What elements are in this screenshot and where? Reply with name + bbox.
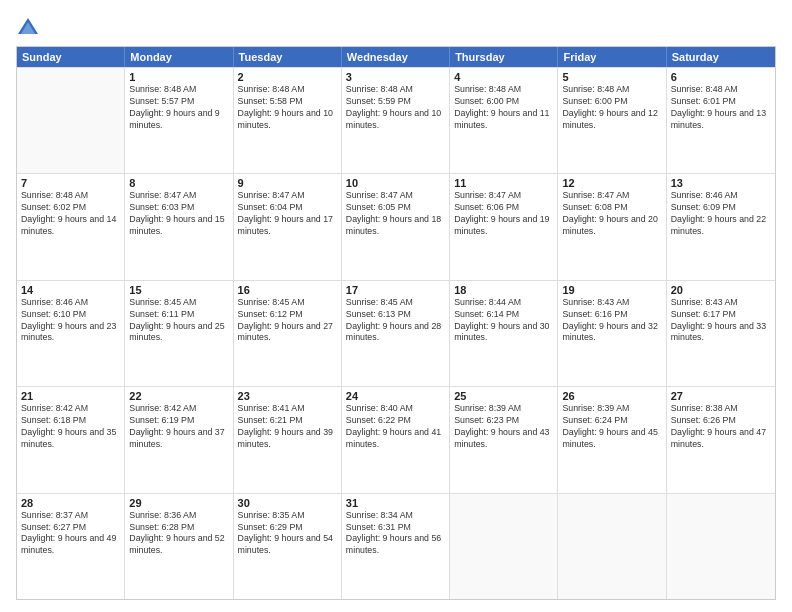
day-number: 3 [346,71,445,83]
daylight-line: Daylight: 9 hours and 17 minutes. [238,214,337,238]
sunrise-line: Sunrise: 8:43 AM [671,297,771,309]
sunset-line: Sunset: 6:05 PM [346,202,445,214]
logo [16,16,42,40]
sunset-line: Sunset: 6:28 PM [129,522,228,534]
day-number: 9 [238,177,337,189]
cal-cell-0-2: 2Sunrise: 8:48 AMSunset: 5:58 PMDaylight… [234,68,342,173]
sunrise-line: Sunrise: 8:35 AM [238,510,337,522]
cal-cell-0-0 [17,68,125,173]
sunset-line: Sunset: 6:27 PM [21,522,120,534]
cal-cell-0-6: 6Sunrise: 8:48 AMSunset: 6:01 PMDaylight… [667,68,775,173]
sunset-line: Sunset: 6:00 PM [454,96,553,108]
day-number: 7 [21,177,120,189]
daylight-line: Daylight: 9 hours and 39 minutes. [238,427,337,451]
sunrise-line: Sunrise: 8:48 AM [129,84,228,96]
daylight-line: Daylight: 9 hours and 19 minutes. [454,214,553,238]
day-number: 19 [562,284,661,296]
sunset-line: Sunset: 6:13 PM [346,309,445,321]
sunrise-line: Sunrise: 8:34 AM [346,510,445,522]
day-number: 14 [21,284,120,296]
sunset-line: Sunset: 6:08 PM [562,202,661,214]
daylight-line: Daylight: 9 hours and 15 minutes. [129,214,228,238]
sunrise-line: Sunrise: 8:39 AM [454,403,553,415]
sunrise-line: Sunrise: 8:40 AM [346,403,445,415]
sunset-line: Sunset: 6:23 PM [454,415,553,427]
daylight-line: Daylight: 9 hours and 45 minutes. [562,427,661,451]
cal-cell-2-5: 19Sunrise: 8:43 AMSunset: 6:16 PMDayligh… [558,281,666,386]
sunrise-line: Sunrise: 8:48 AM [238,84,337,96]
daylight-line: Daylight: 9 hours and 54 minutes. [238,533,337,557]
daylight-line: Daylight: 9 hours and 22 minutes. [671,214,771,238]
day-number: 15 [129,284,228,296]
cal-cell-1-3: 10Sunrise: 8:47 AMSunset: 6:05 PMDayligh… [342,174,450,279]
calendar-row-4: 28Sunrise: 8:37 AMSunset: 6:27 PMDayligh… [17,493,775,599]
cal-cell-3-4: 25Sunrise: 8:39 AMSunset: 6:23 PMDayligh… [450,387,558,492]
day-number: 12 [562,177,661,189]
cal-cell-1-1: 8Sunrise: 8:47 AMSunset: 6:03 PMDaylight… [125,174,233,279]
daylight-line: Daylight: 9 hours and 20 minutes. [562,214,661,238]
sunrise-line: Sunrise: 8:41 AM [238,403,337,415]
calendar-row-3: 21Sunrise: 8:42 AMSunset: 6:18 PMDayligh… [17,386,775,492]
daylight-line: Daylight: 9 hours and 11 minutes. [454,108,553,132]
calendar: SundayMondayTuesdayWednesdayThursdayFrid… [16,46,776,600]
cal-cell-1-4: 11Sunrise: 8:47 AMSunset: 6:06 PMDayligh… [450,174,558,279]
calendar-row-2: 14Sunrise: 8:46 AMSunset: 6:10 PMDayligh… [17,280,775,386]
sunset-line: Sunset: 6:04 PM [238,202,337,214]
daylight-line: Daylight: 9 hours and 25 minutes. [129,321,228,345]
daylight-line: Daylight: 9 hours and 35 minutes. [21,427,120,451]
daylight-line: Daylight: 9 hours and 10 minutes. [346,108,445,132]
daylight-line: Daylight: 9 hours and 52 minutes. [129,533,228,557]
sunrise-line: Sunrise: 8:36 AM [129,510,228,522]
daylight-line: Daylight: 9 hours and 56 minutes. [346,533,445,557]
daylight-line: Daylight: 9 hours and 18 minutes. [346,214,445,238]
header-day-monday: Monday [125,47,233,67]
sunset-line: Sunset: 6:16 PM [562,309,661,321]
daylight-line: Daylight: 9 hours and 13 minutes. [671,108,771,132]
header-day-sunday: Sunday [17,47,125,67]
daylight-line: Daylight: 9 hours and 33 minutes. [671,321,771,345]
daylight-line: Daylight: 9 hours and 30 minutes. [454,321,553,345]
cal-cell-0-3: 3Sunrise: 8:48 AMSunset: 5:59 PMDaylight… [342,68,450,173]
cal-cell-0-1: 1Sunrise: 8:48 AMSunset: 5:57 PMDaylight… [125,68,233,173]
day-number: 11 [454,177,553,189]
cal-cell-4-5 [558,494,666,599]
sunrise-line: Sunrise: 8:47 AM [238,190,337,202]
sunrise-line: Sunrise: 8:43 AM [562,297,661,309]
cal-cell-2-3: 17Sunrise: 8:45 AMSunset: 6:13 PMDayligh… [342,281,450,386]
daylight-line: Daylight: 9 hours and 23 minutes. [21,321,120,345]
sunset-line: Sunset: 6:26 PM [671,415,771,427]
cal-cell-4-6 [667,494,775,599]
cal-cell-4-4 [450,494,558,599]
cal-cell-3-6: 27Sunrise: 8:38 AMSunset: 6:26 PMDayligh… [667,387,775,492]
daylight-line: Daylight: 9 hours and 37 minutes. [129,427,228,451]
cal-cell-1-5: 12Sunrise: 8:47 AMSunset: 6:08 PMDayligh… [558,174,666,279]
day-number: 27 [671,390,771,402]
daylight-line: Daylight: 9 hours and 12 minutes. [562,108,661,132]
day-number: 10 [346,177,445,189]
day-number: 2 [238,71,337,83]
daylight-line: Daylight: 9 hours and 28 minutes. [346,321,445,345]
page: SundayMondayTuesdayWednesdayThursdayFrid… [0,0,792,612]
day-number: 22 [129,390,228,402]
sunrise-line: Sunrise: 8:45 AM [129,297,228,309]
sunrise-line: Sunrise: 8:47 AM [129,190,228,202]
day-number: 30 [238,497,337,509]
day-number: 26 [562,390,661,402]
sunrise-line: Sunrise: 8:48 AM [454,84,553,96]
day-number: 8 [129,177,228,189]
sunrise-line: Sunrise: 8:42 AM [129,403,228,415]
sunrise-line: Sunrise: 8:38 AM [671,403,771,415]
cal-cell-4-0: 28Sunrise: 8:37 AMSunset: 6:27 PMDayligh… [17,494,125,599]
sunrise-line: Sunrise: 8:44 AM [454,297,553,309]
sunset-line: Sunset: 6:11 PM [129,309,228,321]
day-number: 23 [238,390,337,402]
day-number: 24 [346,390,445,402]
calendar-row-0: 1Sunrise: 8:48 AMSunset: 5:57 PMDaylight… [17,67,775,173]
sunset-line: Sunset: 6:14 PM [454,309,553,321]
daylight-line: Daylight: 9 hours and 49 minutes. [21,533,120,557]
daylight-line: Daylight: 9 hours and 10 minutes. [238,108,337,132]
day-number: 31 [346,497,445,509]
day-number: 25 [454,390,553,402]
sunset-line: Sunset: 6:09 PM [671,202,771,214]
cal-cell-2-2: 16Sunrise: 8:45 AMSunset: 6:12 PMDayligh… [234,281,342,386]
